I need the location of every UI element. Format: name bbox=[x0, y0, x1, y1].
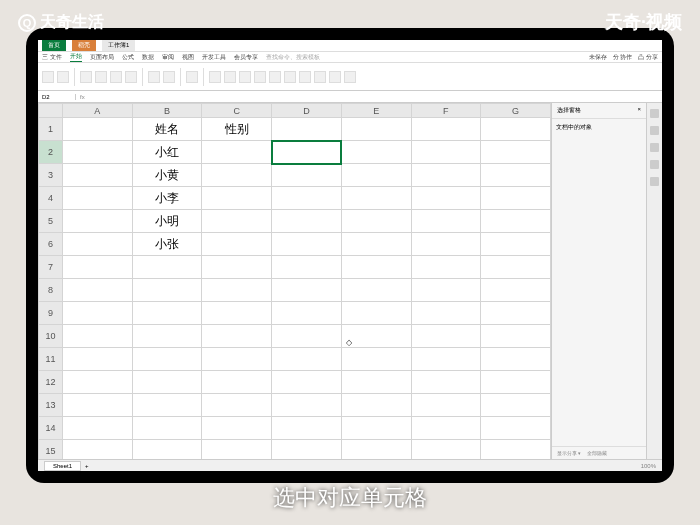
ribbon-table-icon[interactable] bbox=[329, 71, 341, 83]
cell-F5[interactable] bbox=[411, 210, 481, 233]
side-foot-hide[interactable]: 全部隐藏 bbox=[587, 450, 607, 456]
menu-data[interactable]: 数据 bbox=[142, 53, 154, 62]
titlebar-doc-tab[interactable]: 工作簿1 bbox=[102, 40, 135, 51]
ribbon-filter-icon[interactable] bbox=[209, 71, 221, 83]
cell-C2[interactable] bbox=[202, 141, 272, 164]
menu-member[interactable]: 会员专享 bbox=[234, 53, 258, 62]
cell-B6[interactable]: 小张 bbox=[132, 233, 202, 256]
cell-A1[interactable] bbox=[62, 118, 132, 141]
grid[interactable]: A B C D E F G 1姓名性别 2小红 3小黄 4小李 5小明 bbox=[38, 103, 551, 459]
cell-F6[interactable] bbox=[411, 233, 481, 256]
row-4[interactable]: 4 bbox=[39, 187, 63, 210]
cell-G3[interactable] bbox=[481, 164, 551, 187]
cell-C1[interactable]: 性别 bbox=[202, 118, 272, 141]
row-12[interactable]: 12 bbox=[39, 371, 63, 394]
ribbon-sheet-icon[interactable] bbox=[299, 71, 311, 83]
ribbon-row-icon[interactable] bbox=[269, 71, 281, 83]
name-box[interactable]: D2 bbox=[38, 94, 76, 100]
menu-view[interactable]: 视图 bbox=[182, 53, 194, 62]
cell-E3[interactable] bbox=[341, 164, 411, 187]
row-10[interactable]: 10 bbox=[39, 325, 63, 348]
iconbar-icon[interactable] bbox=[650, 109, 659, 118]
cell-C4[interactable] bbox=[202, 187, 272, 210]
cell-E4[interactable] bbox=[341, 187, 411, 210]
ribbon-copy-icon[interactable] bbox=[57, 71, 69, 83]
ribbon-font-icon[interactable] bbox=[80, 71, 92, 83]
cell-D1[interactable] bbox=[272, 118, 342, 141]
fx-label[interactable]: fx bbox=[76, 94, 89, 100]
iconbar-icon[interactable] bbox=[650, 143, 659, 152]
col-F[interactable]: F bbox=[411, 104, 481, 118]
cell-D5[interactable] bbox=[272, 210, 342, 233]
cell-F3[interactable] bbox=[411, 164, 481, 187]
cell-A3[interactable] bbox=[62, 164, 132, 187]
menu-formula[interactable]: 公式 bbox=[122, 53, 134, 62]
cell-C5[interactable] bbox=[202, 210, 272, 233]
iconbar-icon[interactable] bbox=[650, 126, 659, 135]
cell-G5[interactable] bbox=[481, 210, 551, 233]
col-G[interactable]: G bbox=[481, 104, 551, 118]
row-9[interactable]: 9 bbox=[39, 302, 63, 325]
cell-B5[interactable]: 小明 bbox=[132, 210, 202, 233]
cell-B1[interactable]: 姓名 bbox=[132, 118, 202, 141]
menu-search[interactable]: 查找命令、搜索模板 bbox=[266, 53, 320, 62]
menu-file[interactable]: 三 文件 bbox=[42, 53, 62, 62]
side-panel-close-icon[interactable]: × bbox=[637, 106, 641, 115]
cell-G2[interactable] bbox=[481, 141, 551, 164]
row-13[interactable]: 13 bbox=[39, 394, 63, 417]
ribbon-paste-icon[interactable] bbox=[42, 71, 54, 83]
col-D[interactable]: D bbox=[272, 104, 342, 118]
cell-F2[interactable] bbox=[411, 141, 481, 164]
row-3[interactable]: 3 bbox=[39, 164, 63, 187]
cell-E1[interactable] bbox=[341, 118, 411, 141]
row-14[interactable]: 14 bbox=[39, 417, 63, 440]
cell-D3[interactable] bbox=[272, 164, 342, 187]
ribbon-italic-icon[interactable] bbox=[110, 71, 122, 83]
add-sheet-icon[interactable]: + bbox=[81, 463, 93, 469]
cell-B4[interactable]: 小李 bbox=[132, 187, 202, 210]
cell-A5[interactable] bbox=[62, 210, 132, 233]
cell-D2[interactable] bbox=[272, 141, 342, 164]
cell-D4[interactable] bbox=[272, 187, 342, 210]
cell-C6[interactable] bbox=[202, 233, 272, 256]
cell-E5[interactable] bbox=[341, 210, 411, 233]
row-6[interactable]: 6 bbox=[39, 233, 63, 256]
select-all-corner[interactable] bbox=[39, 104, 63, 118]
menu-review[interactable]: 审阅 bbox=[162, 53, 174, 62]
col-E[interactable]: E bbox=[341, 104, 411, 118]
cell-G1[interactable] bbox=[481, 118, 551, 141]
menu-dev[interactable]: 开发工具 bbox=[202, 53, 226, 62]
ribbon-find-icon[interactable] bbox=[344, 71, 356, 83]
cell-B3[interactable]: 小黄 bbox=[132, 164, 202, 187]
sheet-tab[interactable]: Sheet1 bbox=[44, 461, 81, 471]
cell-G4[interactable] bbox=[481, 187, 551, 210]
menu-layout[interactable]: 页面布局 bbox=[90, 53, 114, 62]
row-11[interactable]: 11 bbox=[39, 348, 63, 371]
iconbar-icon[interactable] bbox=[650, 160, 659, 169]
col-A[interactable]: A bbox=[62, 104, 132, 118]
ribbon-freeze-icon[interactable] bbox=[314, 71, 326, 83]
cell-G6[interactable] bbox=[481, 233, 551, 256]
row-5[interactable]: 5 bbox=[39, 210, 63, 233]
ribbon-sum-icon[interactable] bbox=[239, 71, 251, 83]
row-7[interactable]: 7 bbox=[39, 256, 63, 279]
cell-F4[interactable] bbox=[411, 187, 481, 210]
cell-F1[interactable] bbox=[411, 118, 481, 141]
side-foot-show[interactable]: 显示分享 ▾ bbox=[557, 450, 581, 456]
ribbon-col-icon[interactable] bbox=[284, 71, 296, 83]
ribbon-bold-icon[interactable] bbox=[95, 71, 107, 83]
menu-share[interactable]: 凸 分享 bbox=[638, 53, 658, 62]
ribbon-sort-icon[interactable] bbox=[224, 71, 236, 83]
row-8[interactable]: 8 bbox=[39, 279, 63, 302]
cell-A4[interactable] bbox=[62, 187, 132, 210]
col-C[interactable]: C bbox=[202, 104, 272, 118]
cell-B2[interactable]: 小红 bbox=[132, 141, 202, 164]
row-2[interactable]: 2 bbox=[39, 141, 63, 164]
row-1[interactable]: 1 bbox=[39, 118, 63, 141]
row-15[interactable]: 15 bbox=[39, 440, 63, 460]
cell-C3[interactable] bbox=[202, 164, 272, 187]
menu-collab[interactable]: 分 协作 bbox=[613, 53, 633, 62]
zoom-level[interactable]: 100% bbox=[641, 463, 656, 469]
menu-start[interactable]: 开始 bbox=[70, 52, 82, 62]
menu-unsaved[interactable]: 未保存 bbox=[589, 53, 607, 62]
